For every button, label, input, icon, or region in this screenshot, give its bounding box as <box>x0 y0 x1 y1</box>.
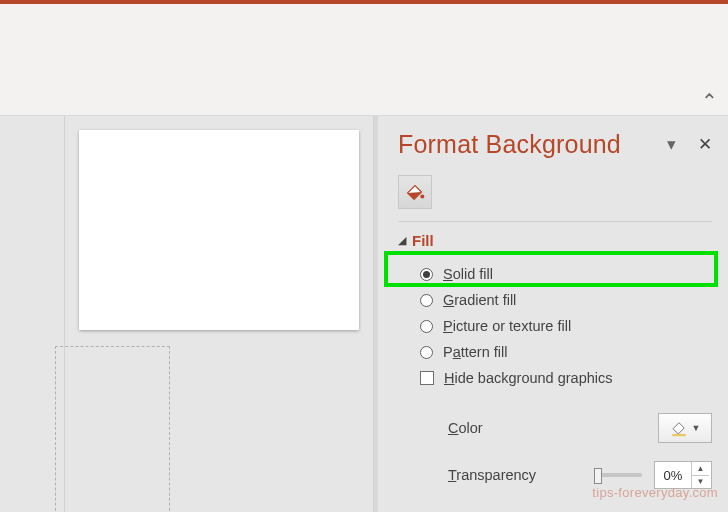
fill-section-header[interactable]: ◢ Fill <box>398 232 712 249</box>
radio-icon <box>420 294 433 307</box>
color-picker-button[interactable]: ▼ <box>658 413 712 443</box>
color-label: Color <box>448 420 658 436</box>
divider <box>398 221 712 222</box>
slide-canvas[interactable] <box>79 130 359 330</box>
svg-point-0 <box>420 195 424 199</box>
transparency-spinner[interactable]: ▲ ▼ <box>654 461 712 489</box>
content-placeholder[interactable] <box>55 346 170 512</box>
panel-title: Format Background <box>398 130 621 159</box>
panel-header: Format Background ▾ ✕ <box>398 130 712 159</box>
transparency-label: Transparency <box>448 467 594 483</box>
spinner-arrows: ▲ ▼ <box>691 462 709 488</box>
checkbox-icon <box>420 371 434 385</box>
close-panel-button[interactable]: ✕ <box>698 134 712 155</box>
slider-thumb[interactable] <box>594 468 602 484</box>
option-label: Solid fill <box>443 266 493 282</box>
transparency-slider[interactable] <box>594 473 642 477</box>
gradient-fill-option[interactable]: Gradient fill <box>398 287 712 313</box>
fill-options-group: Solid fill Gradient fill Picture or text… <box>398 261 712 391</box>
radio-icon <box>420 320 433 333</box>
workspace: Format Background ▾ ✕ ◢ Fill <box>0 116 728 512</box>
svg-rect-1 <box>672 434 686 436</box>
ribbon-area: ⌃ <box>0 4 728 116</box>
transparency-row: Transparency ▲ ▼ <box>448 461 712 489</box>
spinner-up[interactable]: ▲ <box>692 462 709 476</box>
pattern-fill-option[interactable]: Pattern fill <box>398 339 712 365</box>
option-label: Picture or texture fill <box>443 318 571 334</box>
paint-bucket-icon <box>404 181 426 203</box>
solid-fill-option[interactable]: Solid fill <box>398 261 712 287</box>
app-root: ⌃ Format Background ▾ ✕ <box>0 0 728 512</box>
spinner-down[interactable]: ▼ <box>692 476 709 489</box>
panel-resize-handle[interactable] <box>374 116 378 512</box>
collapse-triangle-icon: ◢ <box>398 234 406 247</box>
fill-tab-button[interactable] <box>398 175 432 209</box>
option-label: Pattern fill <box>443 344 508 360</box>
fill-controls: Color ▼ Transparency <box>398 413 712 489</box>
collapse-ribbon-button[interactable]: ⌃ <box>701 91 718 111</box>
format-background-panel: Format Background ▾ ✕ ◢ Fill <box>374 116 728 512</box>
hide-background-graphics-option[interactable]: Hide background graphics <box>398 365 712 391</box>
radio-icon <box>420 346 433 359</box>
option-label: Gradient fill <box>443 292 516 308</box>
color-row: Color ▼ <box>448 413 712 443</box>
option-label: Hide background graphics <box>444 370 612 386</box>
fill-section-label: Fill <box>412 232 434 249</box>
transparency-input[interactable] <box>655 468 691 483</box>
picture-texture-fill-option[interactable]: Picture or texture fill <box>398 313 712 339</box>
radio-icon <box>420 268 433 281</box>
paint-bucket-icon <box>670 419 688 437</box>
chevron-down-icon: ▼ <box>692 423 701 433</box>
panel-options-dropdown[interactable]: ▾ <box>667 134 676 155</box>
slide-edit-area[interactable] <box>65 116 374 512</box>
